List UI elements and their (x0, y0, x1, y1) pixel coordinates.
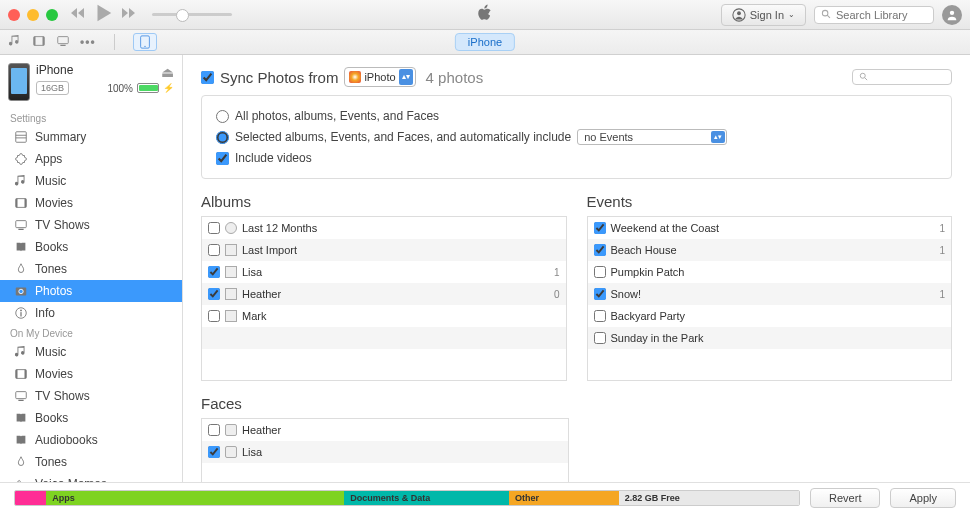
sidebar-item-tones[interactable]: Tones (0, 258, 182, 280)
divider (114, 34, 115, 50)
svg-rect-27 (25, 370, 27, 379)
content-area: Sync Photos from iPhoto ▴▾ 4 photos All … (183, 55, 970, 482)
list-item-label: Last 12 Months (242, 222, 317, 234)
prev-track-button[interactable] (70, 5, 86, 24)
device-name: iPhone (36, 63, 73, 77)
charging-icon: ⚡ (163, 83, 174, 93)
list-item[interactable]: Mark (202, 305, 566, 327)
content-search[interactable] (852, 69, 952, 85)
sidebar-item-books[interactable]: Books (0, 407, 182, 429)
list-item-checkbox[interactable] (594, 332, 606, 344)
list-item-checkbox[interactable] (594, 288, 606, 300)
summary-icon (14, 130, 28, 144)
svg-rect-16 (16, 199, 18, 208)
sidebar-item-movies[interactable]: Movies (0, 363, 182, 385)
more-tabs-icon[interactable]: ••• (80, 35, 96, 49)
list-item-checkbox[interactable] (208, 424, 220, 436)
music-icon (14, 174, 28, 188)
sidebar-item-label: TV Shows (35, 218, 90, 232)
sidebar-item-photos[interactable]: Photos (0, 280, 182, 302)
list-item-label: Snow! (611, 288, 642, 300)
maximize-button[interactable] (46, 9, 58, 21)
svg-rect-6 (34, 36, 36, 45)
sidebar-item-voice-memos[interactable]: Voice Memos (0, 473, 182, 482)
sync-title: Sync Photos from (220, 69, 338, 86)
sidebar-item-books[interactable]: Books (0, 236, 182, 258)
sidebar-item-music[interactable]: Music (0, 170, 182, 192)
list-item-checkbox[interactable] (594, 222, 606, 234)
device-button[interactable] (133, 33, 157, 51)
sidebar-item-tv-shows[interactable]: TV Shows (0, 385, 182, 407)
close-button[interactable] (8, 9, 20, 21)
list-item-checkbox[interactable] (594, 244, 606, 256)
sidebar-item-tones[interactable]: Tones (0, 451, 182, 473)
sidebar-item-summary[interactable]: Summary (0, 126, 182, 148)
sidebar-item-label: Books (35, 411, 68, 425)
list-item-label: Last Import (242, 244, 297, 256)
selected-photos-radio[interactable] (216, 131, 229, 144)
sidebar-item-label: Movies (35, 196, 73, 210)
eject-icon[interactable]: ⏏ (161, 64, 174, 80)
list-item-label: Weekend at the Coast (611, 222, 720, 234)
albums-title: Albums (201, 193, 567, 210)
sidebar-item-label: Info (35, 306, 55, 320)
list-item-checkbox[interactable] (594, 310, 606, 322)
list-item[interactable]: Lisa (202, 441, 568, 463)
list-item[interactable]: Heather0 (202, 283, 566, 305)
sidebar-item-movies[interactable]: Movies (0, 192, 182, 214)
list-item-checkbox[interactable] (208, 266, 220, 278)
search-library-input[interactable] (836, 9, 926, 21)
sync-photos-checkbox[interactable] (201, 71, 214, 84)
list-item[interactable]: Weekend at the Coast1 (588, 217, 952, 239)
revert-button[interactable]: Revert (810, 488, 880, 508)
apply-button[interactable]: Apply (890, 488, 956, 508)
account-icon[interactable] (942, 5, 962, 25)
svg-line-3 (827, 15, 830, 18)
minimize-button[interactable] (27, 9, 39, 21)
list-item[interactable]: Sunday in the Park (588, 327, 952, 349)
sidebar-item-label: TV Shows (35, 389, 90, 403)
include-videos-checkbox[interactable] (216, 152, 229, 165)
list-item[interactable]: Last 12 Months (202, 217, 566, 239)
list-item-checkbox[interactable] (208, 288, 220, 300)
list-item[interactable]: Beach House1 (588, 239, 952, 261)
volume-slider[interactable] (152, 13, 232, 16)
movies-tab-icon[interactable] (32, 34, 46, 51)
sign-in-button[interactable]: Sign In ⌄ (721, 4, 806, 26)
list-item (202, 349, 566, 371)
sidebar-item-tv-shows[interactable]: TV Shows (0, 214, 182, 236)
photo-app-selector[interactable]: iPhoto ▴▾ (344, 67, 415, 87)
svg-point-4 (950, 10, 954, 14)
window-controls (8, 9, 58, 21)
tv-tab-icon[interactable] (56, 34, 70, 51)
sidebar-item-audiobooks[interactable]: Audiobooks (0, 429, 182, 451)
sidebar-item-label: Movies (35, 367, 73, 381)
svg-rect-28 (16, 392, 27, 399)
list-item[interactable]: Snow!1 (588, 283, 952, 305)
stepper-arrows-icon: ▴▾ (711, 131, 725, 143)
list-item[interactable]: Backyard Party (588, 305, 952, 327)
list-item[interactable]: Lisa1 (202, 261, 566, 283)
list-item[interactable]: Pumpkin Patch (588, 261, 952, 283)
list-item-checkbox[interactable] (208, 446, 220, 458)
events-include-select[interactable]: no Events ▴▾ (577, 129, 727, 145)
list-item[interactable]: Last Import (202, 239, 566, 261)
sidebar-item-music[interactable]: Music (0, 341, 182, 363)
search-library[interactable] (814, 6, 934, 24)
all-photos-radio[interactable] (216, 110, 229, 123)
music-tab-icon[interactable] (8, 34, 22, 51)
next-track-button[interactable] (120, 5, 136, 24)
list-item-checkbox[interactable] (208, 222, 220, 234)
list-item[interactable]: Heather (202, 419, 568, 441)
sidebar-item-info[interactable]: Info (0, 302, 182, 324)
sidebar-item-apps[interactable]: Apps (0, 148, 182, 170)
list-item-count: 0 (554, 289, 560, 300)
list-item-checkbox[interactable] (208, 310, 220, 322)
battery-percent: 100% (107, 83, 133, 94)
list-item-label: Mark (242, 310, 266, 322)
list-item-checkbox[interactable] (594, 266, 606, 278)
play-button[interactable] (92, 2, 114, 27)
list-item-checkbox[interactable] (208, 244, 220, 256)
device-pill[interactable]: iPhone (455, 33, 515, 51)
svg-line-31 (865, 78, 868, 81)
